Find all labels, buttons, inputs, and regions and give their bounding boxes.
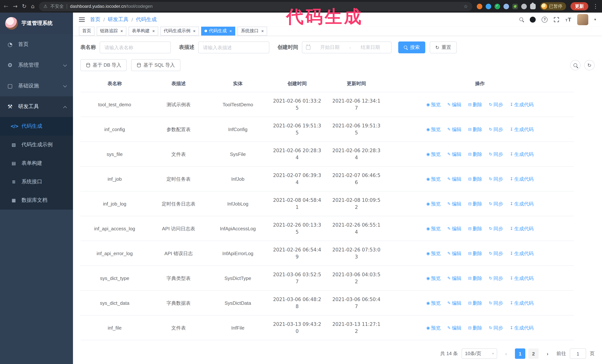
sidebar-logo[interactable]: 芋道管理系统 bbox=[0, 13, 73, 34]
profile-chip[interactable]: 已暂停 bbox=[540, 2, 566, 10]
op-delete-link[interactable]: 删除 bbox=[468, 324, 482, 332]
op-edit-link[interactable]: 编辑 bbox=[447, 101, 462, 108]
op-preview-link[interactable]: 预览 bbox=[426, 225, 441, 232]
op-preview-link[interactable]: 预览 bbox=[426, 176, 441, 183]
op-generate-link[interactable]: 生成代码 bbox=[510, 324, 533, 332]
close-icon[interactable]: × bbox=[261, 29, 264, 33]
op-sync-link[interactable]: 同步 bbox=[489, 176, 503, 183]
op-generate-link[interactable]: 生成代码 bbox=[510, 176, 533, 183]
op-delete-link[interactable]: 删除 bbox=[468, 200, 482, 207]
import-db-button[interactable]: 基于 DB 导入 bbox=[80, 59, 127, 71]
page-size-select[interactable]: 10条/页 ▾ bbox=[462, 348, 497, 359]
next-page-button[interactable]: › bbox=[542, 348, 553, 359]
tab[interactable]: 首页 bbox=[79, 27, 95, 36]
op-edit-link[interactable]: 编辑 bbox=[447, 250, 462, 257]
op-generate-link[interactable]: 生成代码 bbox=[510, 126, 533, 133]
sidebar-item-infra[interactable]: 基础设施 bbox=[0, 75, 73, 96]
fullscreen-icon[interactable] bbox=[554, 17, 559, 23]
op-delete-link[interactable]: 删除 bbox=[468, 225, 482, 232]
op-edit-link[interactable]: 编辑 bbox=[447, 126, 462, 133]
home-button[interactable]: ⌂ bbox=[31, 3, 34, 10]
op-edit-link[interactable]: 编辑 bbox=[447, 225, 462, 232]
extension-icon[interactable] bbox=[486, 3, 491, 9]
op-generate-link[interactable]: 生成代码 bbox=[510, 101, 533, 108]
sidebar-item-devtools[interactable]: 研发工具 bbox=[0, 96, 73, 117]
op-delete-link[interactable]: 删除 bbox=[468, 300, 482, 307]
github-icon[interactable] bbox=[530, 17, 536, 23]
op-sync-link[interactable]: 同步 bbox=[489, 126, 503, 133]
op-edit-link[interactable]: 编辑 bbox=[447, 324, 462, 332]
import-sql-button[interactable]: 基于 SQL 导入 bbox=[131, 59, 181, 71]
close-icon[interactable]: × bbox=[229, 29, 232, 33]
op-sync-link[interactable]: 同步 bbox=[489, 250, 503, 257]
op-edit-link[interactable]: 编辑 bbox=[447, 176, 462, 183]
forward-button[interactable]: → bbox=[13, 3, 17, 10]
sidebar-toggle-button[interactable] bbox=[79, 17, 85, 22]
address-bar[interactable]: ⚠ 不安全 dashboard.yudao.iocoder.cn/tool/co… bbox=[39, 2, 472, 11]
op-preview-link[interactable]: 预览 bbox=[426, 324, 441, 332]
puzzle-extension-icon[interactable] bbox=[530, 3, 536, 9]
goto-page-input[interactable] bbox=[570, 348, 586, 359]
search-button[interactable]: 搜索 bbox=[398, 42, 425, 53]
extension-icon[interactable] bbox=[521, 3, 527, 9]
sidebar-item-home[interactable]: 首页 bbox=[0, 34, 73, 55]
op-preview-link[interactable]: 预览 bbox=[426, 126, 441, 133]
help-icon[interactable]: ? bbox=[542, 17, 548, 23]
op-sync-link[interactable]: 同步 bbox=[489, 200, 503, 207]
submenu-item-codegen-example[interactable]: 代码生成示例 bbox=[0, 135, 73, 154]
submenu-item-db-doc[interactable]: 数据库文档 bbox=[0, 191, 73, 210]
back-button[interactable]: ← bbox=[4, 3, 8, 10]
submenu-item-system-api[interactable]: 系统接口 bbox=[0, 173, 73, 191]
op-delete-link[interactable]: 删除 bbox=[468, 126, 482, 133]
op-preview-link[interactable]: 预览 bbox=[426, 200, 441, 207]
breadcrumb-item[interactable]: 研发工具 bbox=[108, 16, 129, 23]
reset-button[interactable]: ↻ 重置 bbox=[430, 42, 457, 53]
op-delete-link[interactable]: 删除 bbox=[468, 275, 482, 282]
close-icon[interactable]: × bbox=[152, 29, 155, 33]
op-edit-link[interactable]: 编辑 bbox=[447, 200, 462, 207]
breadcrumb-item[interactable]: 首页 bbox=[90, 16, 100, 23]
op-preview-link[interactable]: 预览 bbox=[426, 275, 441, 282]
more-options-icon[interactable]: ⋮ bbox=[593, 3, 598, 10]
extension-icon[interactable] bbox=[512, 3, 518, 9]
op-generate-link[interactable]: 生成代码 bbox=[510, 225, 533, 232]
op-sync-link[interactable]: 同步 bbox=[489, 275, 503, 282]
tab[interactable]: 代码生成× bbox=[201, 27, 235, 36]
extension-icon[interactable] bbox=[477, 3, 482, 9]
tab[interactable]: 表单构建× bbox=[129, 27, 158, 36]
bookmark-star-icon[interactable]: ☆ bbox=[464, 3, 468, 9]
op-delete-link[interactable]: 删除 bbox=[468, 101, 482, 108]
op-generate-link[interactable]: 生成代码 bbox=[510, 300, 533, 307]
table-name-input[interactable] bbox=[100, 42, 171, 53]
op-edit-link[interactable]: 编辑 bbox=[447, 300, 462, 307]
breadcrumb-item[interactable]: 代码生成 bbox=[136, 16, 157, 23]
refresh-button[interactable]: ↻ bbox=[22, 3, 26, 10]
search-icon[interactable] bbox=[520, 17, 524, 22]
op-preview-link[interactable]: 预览 bbox=[426, 101, 441, 108]
update-button[interactable]: 更新 bbox=[570, 2, 588, 10]
refresh-table-button[interactable]: ↻ bbox=[584, 60, 595, 70]
op-delete-link[interactable]: 删除 bbox=[468, 151, 482, 158]
op-sync-link[interactable]: 同步 bbox=[489, 300, 503, 307]
submenu-item-form-builder[interactable]: 表单构建 bbox=[0, 154, 73, 173]
tab[interactable]: 链路追踪× bbox=[97, 27, 126, 36]
op-generate-link[interactable]: 生成代码 bbox=[510, 250, 533, 257]
op-generate-link[interactable]: 生成代码 bbox=[510, 275, 533, 282]
op-sync-link[interactable]: 同步 bbox=[489, 101, 503, 108]
op-edit-link[interactable]: 编辑 bbox=[447, 275, 462, 282]
op-delete-link[interactable]: 删除 bbox=[468, 250, 482, 257]
op-generate-link[interactable]: 生成代码 bbox=[510, 200, 533, 207]
toggle-search-button[interactable] bbox=[570, 60, 580, 70]
submenu-item-codegen[interactable]: 代码生成 bbox=[0, 117, 73, 135]
close-icon[interactable]: × bbox=[193, 29, 196, 33]
op-delete-link[interactable]: 删除 bbox=[468, 176, 482, 183]
close-icon[interactable]: × bbox=[120, 29, 123, 33]
op-generate-link[interactable]: 生成代码 bbox=[510, 151, 533, 158]
sidebar-item-system[interactable]: 系统管理 bbox=[0, 55, 73, 75]
page-button-1[interactable]: 1 bbox=[515, 348, 525, 359]
extension-icon[interactable] bbox=[504, 3, 509, 9]
tab[interactable]: 系统接口× bbox=[237, 27, 267, 36]
user-avatar[interactable] bbox=[577, 14, 588, 25]
font-size-icon[interactable]: TT bbox=[566, 16, 571, 23]
op-preview-link[interactable]: 预览 bbox=[426, 300, 441, 307]
